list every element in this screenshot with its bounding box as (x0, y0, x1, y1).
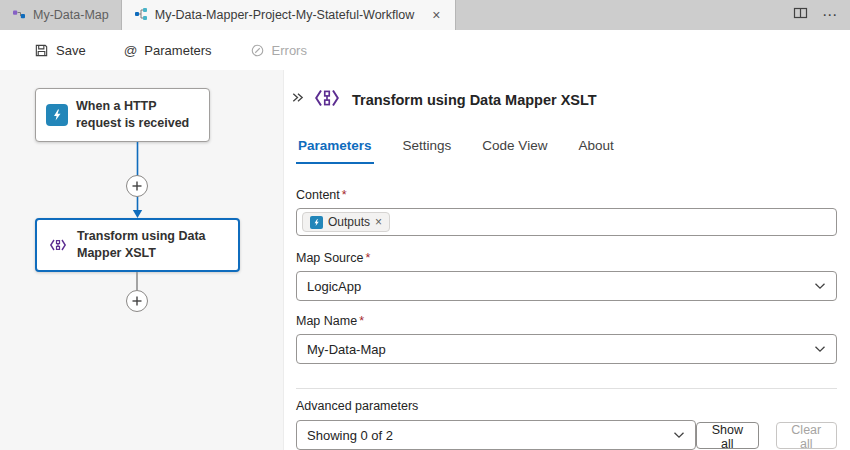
section-divider (296, 388, 837, 389)
data-map-file-icon (12, 7, 26, 24)
action-card-transform-xslt[interactable]: Transform using Data Mapper XSLT (35, 218, 240, 272)
save-icon (34, 43, 49, 58)
save-label: Save (56, 43, 86, 58)
workflow-file-icon (134, 7, 148, 24)
panel-title: Transform using Data Mapper XSLT (352, 92, 597, 108)
action-card-label: Transform using Data Mapper XSLT (77, 228, 228, 263)
required-asterisk: * (365, 251, 370, 265)
plus-icon (132, 296, 142, 306)
map-name-value: My-Data-Map (307, 342, 386, 357)
panel-tab-bar: Parameters Settings Code View About (296, 134, 616, 164)
show-all-button[interactable]: Show all (696, 422, 759, 449)
panel-header: Transform using Data Mapper XSLT (312, 83, 597, 117)
errors-label: Errors (272, 43, 307, 58)
parameters-button[interactable]: @ Parameters (124, 43, 212, 58)
advanced-parameters-select[interactable]: Showing 0 of 2 (296, 420, 696, 450)
required-asterisk: * (359, 314, 364, 328)
save-button[interactable]: Save (34, 43, 86, 58)
parameters-form: Content* Outputs × Map Source* LogicApp (296, 188, 837, 450)
data-mapper-xslt-icon (312, 83, 342, 117)
close-icon[interactable]: × (429, 7, 443, 23)
required-asterisk: * (342, 188, 347, 202)
parameters-label: Parameters (144, 43, 211, 58)
clear-all-button[interactable]: Clear all (776, 422, 837, 449)
advanced-parameters-row: Showing 0 of 2 Show all Clear all (296, 420, 837, 450)
chevron-down-icon (673, 431, 685, 439)
action-details-panel: Transform using Data Mapper XSLT Paramet… (283, 70, 850, 450)
plus-icon (132, 181, 142, 191)
advanced-parameters-label: Advanced parameters (296, 399, 837, 413)
split-editor-icon[interactable] (793, 6, 808, 24)
add-action-button[interactable] (126, 290, 148, 312)
tab-about[interactable]: About (576, 134, 615, 164)
advanced-parameters-value: Showing 0 of 2 (307, 428, 393, 443)
tab-workflow[interactable]: My-Data-Mapper-Project-My-Stateful-Workf… (122, 0, 457, 30)
chevron-down-icon (814, 282, 826, 290)
tab-parameters[interactable]: Parameters (296, 134, 374, 164)
collapse-panel-icon[interactable] (290, 90, 305, 109)
more-actions-icon[interactable]: ⋯ (822, 6, 838, 24)
tab-my-data-map[interactable]: My-Data-Map (0, 0, 122, 30)
remove-token-icon[interactable]: × (375, 216, 382, 228)
content-label-text: Content (296, 188, 340, 202)
insert-action-button[interactable] (126, 175, 148, 197)
map-name-label: Map Name* (296, 314, 837, 328)
chevron-down-icon (814, 345, 826, 353)
app-window: My-Data-Map My-Data-Mapper-Project-My-St… (0, 0, 850, 450)
map-source-value: LogicApp (307, 279, 361, 294)
errors-button[interactable]: Errors (250, 43, 307, 58)
workflow-canvas: When a HTTP request is received Transfor… (0, 70, 283, 450)
editor-tab-bar: My-Data-Map My-Data-Mapper-Project-My-St… (0, 0, 850, 30)
trigger-card-http-request[interactable]: When a HTTP request is received (35, 88, 210, 142)
tabbar-actions: ⋯ (793, 0, 850, 30)
trigger-card-label: When a HTTP request is received (76, 98, 199, 133)
content-input[interactable]: Outputs × (296, 208, 837, 236)
token-label: Outputs (328, 215, 370, 229)
http-request-icon (310, 216, 323, 229)
error-circle-icon (250, 43, 265, 58)
map-source-label-text: Map Source (296, 251, 363, 265)
map-source-select[interactable]: LogicApp (296, 271, 837, 301)
outputs-token-chip[interactable]: Outputs × (302, 212, 390, 232)
designer-toolbar: Save @ Parameters Errors (0, 30, 850, 70)
map-source-label: Map Source* (296, 251, 837, 265)
tab-code-view[interactable]: Code View (480, 134, 549, 164)
http-request-icon (46, 104, 68, 126)
content-label: Content* (296, 188, 837, 202)
tab-label: My-Data-Map (33, 8, 109, 22)
tab-settings[interactable]: Settings (401, 134, 454, 164)
workflow-edge (136, 272, 138, 290)
parameters-icon: @ (124, 43, 138, 58)
tab-label: My-Data-Mapper-Project-My-Stateful-Workf… (155, 8, 415, 22)
map-name-select[interactable]: My-Data-Map (296, 334, 837, 364)
data-mapper-xslt-icon (47, 234, 69, 256)
map-name-label-text: Map Name (296, 314, 357, 328)
